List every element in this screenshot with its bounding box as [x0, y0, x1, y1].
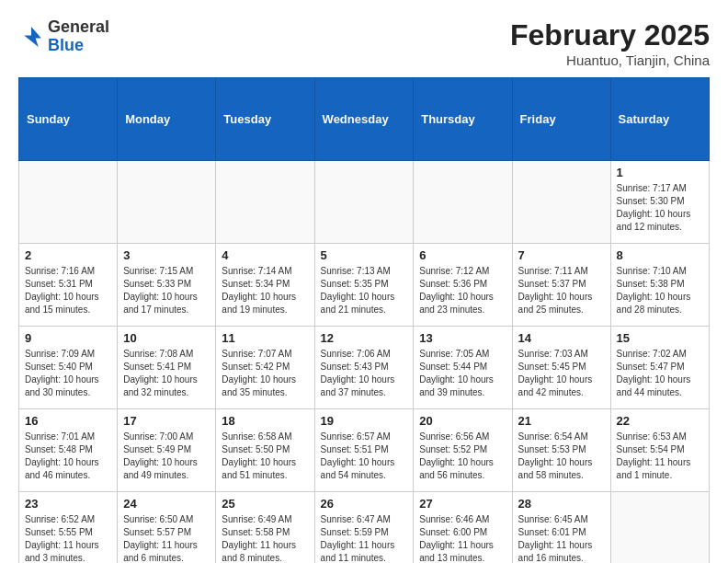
day-info: Sunrise: 7:17 AM Sunset: 5:30 PM Dayligh… [617, 182, 703, 234]
calendar-day: 25Sunrise: 6:49 AM Sunset: 5:58 PM Dayli… [216, 492, 314, 564]
logo-blue: Blue [48, 36, 84, 54]
calendar-day: 15Sunrise: 7:02 AM Sunset: 5:47 PM Dayli… [610, 327, 709, 409]
day-info: Sunrise: 7:14 AM Sunset: 5:34 PM Dayligh… [222, 265, 308, 316]
calendar-day: 18Sunrise: 6:58 AM Sunset: 5:50 PM Dayli… [216, 409, 314, 492]
day-info: Sunrise: 7:01 AM Sunset: 5:48 PM Dayligh… [25, 431, 111, 482]
calendar-week-3: 9Sunrise: 7:09 AM Sunset: 5:40 PM Daylig… [19, 327, 710, 409]
calendar-day [512, 161, 610, 244]
day-info: Sunrise: 6:47 AM Sunset: 5:59 PM Dayligh… [321, 513, 408, 563]
calendar-day [118, 161, 216, 244]
location: Huantuo, Tianjin, China [510, 52, 710, 68]
calendar-header-row: SundayMondayTuesdayWednesdayThursdayFrid… [19, 78, 710, 161]
calendar-day: 4Sunrise: 7:14 AM Sunset: 5:34 PM Daylig… [216, 244, 314, 327]
calendar-day [216, 161, 314, 244]
day-info: Sunrise: 7:02 AM Sunset: 5:47 PM Dayligh… [617, 348, 703, 399]
calendar-day: 28Sunrise: 6:45 AM Sunset: 6:01 PM Dayli… [512, 492, 610, 564]
day-number: 28 [518, 497, 605, 511]
calendar-day: 19Sunrise: 6:57 AM Sunset: 5:51 PM Dayli… [314, 409, 414, 492]
day-number: 6 [419, 248, 506, 262]
day-number: 18 [222, 414, 308, 428]
calendar-day: 23Sunrise: 6:52 AM Sunset: 5:55 PM Dayli… [19, 492, 118, 564]
day-number: 17 [123, 414, 210, 428]
logo: General Blue [18, 18, 109, 55]
day-number: 4 [222, 248, 308, 262]
day-info: Sunrise: 6:57 AM Sunset: 5:51 PM Dayligh… [321, 431, 408, 482]
day-info: Sunrise: 6:58 AM Sunset: 5:50 PM Dayligh… [222, 431, 308, 482]
calendar-day [314, 161, 414, 244]
day-info: Sunrise: 7:16 AM Sunset: 5:31 PM Dayligh… [25, 265, 111, 316]
day-info: Sunrise: 7:15 AM Sunset: 5:33 PM Dayligh… [123, 265, 210, 316]
day-number: 5 [321, 248, 408, 262]
svg-marker-0 [24, 27, 41, 47]
calendar-day: 14Sunrise: 7:03 AM Sunset: 5:45 PM Dayli… [512, 327, 610, 409]
calendar-day: 9Sunrise: 7:09 AM Sunset: 5:40 PM Daylig… [19, 327, 118, 409]
day-info: Sunrise: 6:52 AM Sunset: 5:55 PM Dayligh… [25, 513, 111, 563]
calendar-table: SundayMondayTuesdayWednesdayThursdayFrid… [18, 77, 710, 563]
day-number: 14 [518, 331, 605, 345]
day-number: 12 [321, 331, 408, 345]
day-number: 8 [617, 248, 703, 262]
calendar-day: 27Sunrise: 6:46 AM Sunset: 6:00 PM Dayli… [414, 492, 512, 564]
calendar-day: 3Sunrise: 7:15 AM Sunset: 5:33 PM Daylig… [118, 244, 216, 327]
day-info: Sunrise: 6:56 AM Sunset: 5:52 PM Dayligh… [419, 431, 506, 482]
calendar-day [610, 492, 709, 564]
day-number: 1 [617, 166, 703, 179]
day-number: 24 [123, 497, 210, 511]
day-number: 26 [321, 497, 408, 511]
calendar-day: 22Sunrise: 6:53 AM Sunset: 5:54 PM Dayli… [610, 409, 709, 492]
calendar-day [19, 161, 118, 244]
calendar-day: 13Sunrise: 7:05 AM Sunset: 5:44 PM Dayli… [414, 327, 512, 409]
calendar-day [414, 161, 512, 244]
calendar-header-saturday: Saturday [610, 78, 709, 161]
day-info: Sunrise: 7:12 AM Sunset: 5:36 PM Dayligh… [419, 265, 506, 316]
calendar-header-wednesday: Wednesday [314, 78, 414, 161]
day-number: 23 [25, 497, 111, 511]
calendar-day: 5Sunrise: 7:13 AM Sunset: 5:35 PM Daylig… [314, 244, 414, 327]
calendar-day: 20Sunrise: 6:56 AM Sunset: 5:52 PM Dayli… [414, 409, 512, 492]
calendar-header-friday: Friday [512, 78, 610, 161]
calendar-header-thursday: Thursday [414, 78, 512, 161]
calendar-day: 11Sunrise: 7:07 AM Sunset: 5:42 PM Dayli… [216, 327, 314, 409]
day-number: 27 [419, 497, 506, 511]
day-number: 9 [25, 331, 111, 345]
calendar-header-tuesday: Tuesday [216, 78, 314, 161]
calendar-week-4: 16Sunrise: 7:01 AM Sunset: 5:48 PM Dayli… [19, 409, 710, 492]
day-info: Sunrise: 7:09 AM Sunset: 5:40 PM Dayligh… [25, 348, 111, 399]
calendar-week-1: 1Sunrise: 7:17 AM Sunset: 5:30 PM Daylig… [19, 161, 710, 244]
day-info: Sunrise: 7:00 AM Sunset: 5:49 PM Dayligh… [123, 431, 210, 482]
logo-general: General [48, 17, 109, 36]
day-info: Sunrise: 6:53 AM Sunset: 5:54 PM Dayligh… [617, 431, 703, 482]
day-number: 15 [617, 331, 703, 345]
day-number: 10 [123, 331, 210, 345]
day-info: Sunrise: 7:07 AM Sunset: 5:42 PM Dayligh… [222, 348, 308, 399]
calendar-day: 10Sunrise: 7:08 AM Sunset: 5:41 PM Dayli… [118, 327, 216, 409]
day-number: 19 [321, 414, 408, 428]
day-number: 16 [25, 414, 111, 428]
day-info: Sunrise: 7:05 AM Sunset: 5:44 PM Dayligh… [419, 348, 506, 399]
calendar-day: 17Sunrise: 7:00 AM Sunset: 5:49 PM Dayli… [118, 409, 216, 492]
calendar-day: 21Sunrise: 6:54 AM Sunset: 5:53 PM Dayli… [512, 409, 610, 492]
month-title: February 2025 [510, 18, 710, 52]
day-info: Sunrise: 6:45 AM Sunset: 6:01 PM Dayligh… [518, 513, 605, 563]
calendar-header-monday: Monday [118, 78, 216, 161]
calendar-day: 16Sunrise: 7:01 AM Sunset: 5:48 PM Dayli… [19, 409, 118, 492]
day-number: 21 [518, 414, 605, 428]
calendar-header-sunday: Sunday [19, 78, 118, 161]
day-number: 22 [617, 414, 703, 428]
day-info: Sunrise: 7:11 AM Sunset: 5:37 PM Dayligh… [518, 265, 605, 316]
day-number: 7 [518, 248, 605, 262]
day-number: 11 [222, 331, 308, 345]
day-info: Sunrise: 7:06 AM Sunset: 5:43 PM Dayligh… [321, 348, 408, 399]
calendar-day: 6Sunrise: 7:12 AM Sunset: 5:36 PM Daylig… [414, 244, 512, 327]
day-number: 2 [25, 248, 111, 262]
day-info: Sunrise: 7:13 AM Sunset: 5:35 PM Dayligh… [321, 265, 408, 316]
calendar-day: 26Sunrise: 6:47 AM Sunset: 5:59 PM Dayli… [314, 492, 414, 564]
day-info: Sunrise: 7:08 AM Sunset: 5:41 PM Dayligh… [123, 348, 210, 399]
calendar-day: 24Sunrise: 6:50 AM Sunset: 5:57 PM Dayli… [118, 492, 216, 564]
title-block: February 2025 Huantuo, Tianjin, China [510, 18, 710, 68]
calendar-day: 2Sunrise: 7:16 AM Sunset: 5:31 PM Daylig… [19, 244, 118, 327]
day-number: 25 [222, 497, 308, 511]
day-info: Sunrise: 6:46 AM Sunset: 6:00 PM Dayligh… [419, 513, 506, 563]
day-number: 3 [123, 248, 210, 262]
day-number: 13 [419, 331, 506, 345]
